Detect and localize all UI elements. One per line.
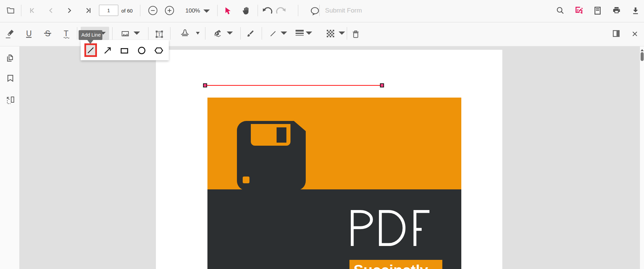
svg-text:T: T <box>158 32 161 37</box>
